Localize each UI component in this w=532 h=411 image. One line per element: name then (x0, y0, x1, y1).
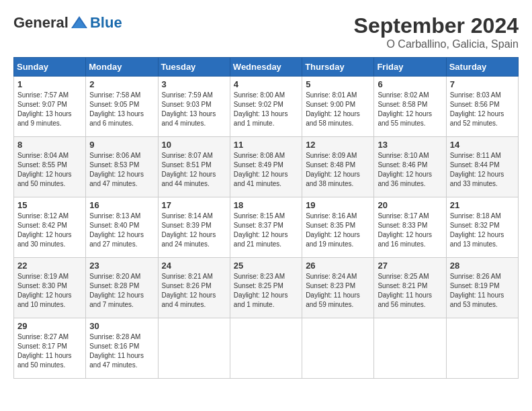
cell-text: Sunrise: 8:08 AMSunset: 8:49 PMDaylight:… (234, 152, 288, 187)
calendar-cell: 13Sunrise: 8:10 AMSunset: 8:46 PMDayligh… (374, 137, 446, 197)
day-number: 2 (89, 79, 154, 89)
day-number: 28 (450, 261, 515, 271)
day-number: 8 (17, 140, 82, 150)
calendar-cell: 6Sunrise: 8:02 AMSunset: 8:58 PMDaylight… (374, 77, 446, 137)
cell-text: Sunrise: 8:24 AMSunset: 8:23 PMDaylight:… (306, 273, 360, 308)
cell-text: Sunrise: 7:59 AMSunset: 9:03 PMDaylight:… (162, 91, 216, 127)
calendar-cell: 20Sunrise: 8:17 AMSunset: 8:33 PMDayligh… (374, 197, 446, 258)
page-header: General Blue September 2024 O Carballino… (13, 13, 519, 50)
calendar-week-row: 1Sunrise: 7:57 AMSunset: 9:07 PMDaylight… (14, 77, 519, 137)
cell-text: Sunrise: 8:00 AMSunset: 9:02 PMDaylight:… (234, 91, 288, 127)
cell-text: Sunrise: 8:02 AMSunset: 8:58 PMDaylight:… (378, 91, 432, 127)
col-header-thursday: Thursday (302, 58, 374, 77)
calendar-table: SundayMondayTuesdayWednesdayThursdayFrid… (13, 57, 519, 379)
calendar-cell: 22Sunrise: 8:19 AMSunset: 8:30 PMDayligh… (14, 258, 86, 318)
day-number: 22 (17, 261, 82, 271)
calendar-cell: 15Sunrise: 8:12 AMSunset: 8:42 PMDayligh… (14, 197, 86, 258)
col-header-saturday: Saturday (446, 58, 518, 77)
day-number: 14 (450, 140, 515, 150)
cell-text: Sunrise: 8:27 AMSunset: 8:17 PMDaylight:… (17, 333, 72, 369)
month-year: September 2024 (354, 13, 519, 38)
day-number: 4 (234, 79, 298, 89)
cell-text: Sunrise: 7:58 AMSunset: 9:05 PMDaylight:… (89, 91, 144, 127)
calendar-week-row: 15Sunrise: 8:12 AMSunset: 8:42 PMDayligh… (14, 197, 519, 258)
calendar-header-row: SundayMondayTuesdayWednesdayThursdayFrid… (14, 58, 519, 77)
cell-text: Sunrise: 8:17 AMSunset: 8:33 PMDaylight:… (378, 212, 432, 248)
day-number: 20 (378, 200, 442, 210)
cell-text: Sunrise: 8:20 AMSunset: 8:28 PMDaylight:… (89, 273, 144, 308)
cell-text: Sunrise: 8:15 AMSunset: 8:37 PMDaylight:… (234, 212, 288, 248)
calendar-cell: 16Sunrise: 8:13 AMSunset: 8:40 PMDayligh… (86, 197, 158, 258)
calendar-cell: 12Sunrise: 8:09 AMSunset: 8:48 PMDayligh… (302, 137, 374, 197)
cell-text: Sunrise: 8:25 AMSunset: 8:21 PMDaylight:… (378, 273, 432, 308)
calendar-cell: 21Sunrise: 8:18 AMSunset: 8:32 PMDayligh… (446, 197, 518, 258)
calendar-cell (302, 318, 374, 379)
calendar-cell: 7Sunrise: 8:03 AMSunset: 8:56 PMDaylight… (446, 77, 518, 137)
day-number: 21 (450, 200, 515, 210)
calendar-cell: 27Sunrise: 8:25 AMSunset: 8:21 PMDayligh… (374, 258, 446, 318)
cell-text: Sunrise: 8:04 AMSunset: 8:55 PMDaylight:… (17, 152, 72, 187)
day-number: 19 (306, 200, 370, 210)
calendar-cell: 1Sunrise: 7:57 AMSunset: 9:07 PMDaylight… (14, 77, 86, 137)
calendar-cell: 4Sunrise: 8:00 AMSunset: 9:02 PMDaylight… (230, 77, 302, 137)
cell-text: Sunrise: 8:18 AMSunset: 8:32 PMDaylight:… (450, 212, 504, 248)
col-header-tuesday: Tuesday (158, 58, 230, 77)
cell-text: Sunrise: 8:26 AMSunset: 8:19 PMDaylight:… (450, 273, 504, 308)
calendar-cell (446, 318, 518, 379)
cell-text: Sunrise: 8:12 AMSunset: 8:42 PMDaylight:… (17, 212, 72, 248)
cell-text: Sunrise: 8:16 AMSunset: 8:35 PMDaylight:… (306, 212, 360, 248)
cell-text: Sunrise: 8:06 AMSunset: 8:53 PMDaylight:… (89, 152, 144, 187)
calendar-cell: 8Sunrise: 8:04 AMSunset: 8:55 PMDaylight… (14, 137, 86, 197)
calendar-cell: 29Sunrise: 8:27 AMSunset: 8:17 PMDayligh… (14, 318, 86, 379)
calendar-cell: 2Sunrise: 7:58 AMSunset: 9:05 PMDaylight… (86, 77, 158, 137)
logo-general: General (13, 14, 69, 32)
col-header-friday: Friday (374, 58, 446, 77)
cell-text: Sunrise: 8:21 AMSunset: 8:26 PMDaylight:… (162, 273, 216, 308)
calendar-cell: 19Sunrise: 8:16 AMSunset: 8:35 PMDayligh… (302, 197, 374, 258)
calendar-week-row: 8Sunrise: 8:04 AMSunset: 8:55 PMDaylight… (14, 137, 519, 197)
day-number: 6 (378, 79, 442, 89)
day-number: 25 (234, 261, 298, 271)
calendar-cell: 3Sunrise: 7:59 AMSunset: 9:03 PMDaylight… (158, 77, 230, 137)
logo: General Blue (13, 13, 122, 32)
calendar-cell: 18Sunrise: 8:15 AMSunset: 8:37 PMDayligh… (230, 197, 302, 258)
day-number: 26 (306, 261, 370, 271)
calendar-cell: 9Sunrise: 8:06 AMSunset: 8:53 PMDaylight… (86, 137, 158, 197)
cell-text: Sunrise: 8:23 AMSunset: 8:25 PMDaylight:… (234, 273, 288, 308)
calendar-cell: 26Sunrise: 8:24 AMSunset: 8:23 PMDayligh… (302, 258, 374, 318)
day-number: 11 (234, 140, 298, 150)
logo-icon (70, 13, 89, 32)
calendar-cell: 14Sunrise: 8:11 AMSunset: 8:44 PMDayligh… (446, 137, 518, 197)
day-number: 17 (162, 200, 226, 210)
cell-text: Sunrise: 8:10 AMSunset: 8:46 PMDaylight:… (378, 152, 432, 187)
calendar-cell: 5Sunrise: 8:01 AMSunset: 9:00 PMDaylight… (302, 77, 374, 137)
day-number: 9 (89, 140, 154, 150)
calendar-cell: 23Sunrise: 8:20 AMSunset: 8:28 PMDayligh… (86, 258, 158, 318)
logo-blue: Blue (90, 14, 122, 32)
calendar-week-row: 22Sunrise: 8:19 AMSunset: 8:30 PMDayligh… (14, 258, 519, 318)
day-number: 16 (89, 200, 154, 210)
cell-text: Sunrise: 8:09 AMSunset: 8:48 PMDaylight:… (306, 152, 360, 187)
calendar-cell: 11Sunrise: 8:08 AMSunset: 8:49 PMDayligh… (230, 137, 302, 197)
day-number: 5 (306, 79, 370, 89)
cell-text: Sunrise: 7:57 AMSunset: 9:07 PMDaylight:… (17, 91, 72, 127)
day-number: 13 (378, 140, 442, 150)
col-header-sunday: Sunday (14, 58, 86, 77)
cell-text: Sunrise: 8:14 AMSunset: 8:39 PMDaylight:… (162, 212, 216, 248)
cell-text: Sunrise: 8:28 AMSunset: 8:16 PMDaylight:… (89, 333, 144, 369)
calendar-cell: 30Sunrise: 8:28 AMSunset: 8:16 PMDayligh… (86, 318, 158, 379)
calendar-cell: 28Sunrise: 8:26 AMSunset: 8:19 PMDayligh… (446, 258, 518, 318)
day-number: 18 (234, 200, 298, 210)
location: O Carballino, Galicia, Spain (354, 38, 519, 50)
day-number: 3 (162, 79, 226, 89)
day-number: 1 (17, 79, 82, 89)
day-number: 30 (89, 321, 154, 331)
day-number: 15 (17, 200, 82, 210)
calendar-cell: 24Sunrise: 8:21 AMSunset: 8:26 PMDayligh… (158, 258, 230, 318)
cell-text: Sunrise: 8:01 AMSunset: 9:00 PMDaylight:… (306, 91, 360, 127)
calendar-cell (374, 318, 446, 379)
cell-text: Sunrise: 8:11 AMSunset: 8:44 PMDaylight:… (450, 152, 504, 187)
day-number: 27 (378, 261, 442, 271)
col-header-wednesday: Wednesday (230, 58, 302, 77)
day-number: 7 (450, 79, 515, 89)
